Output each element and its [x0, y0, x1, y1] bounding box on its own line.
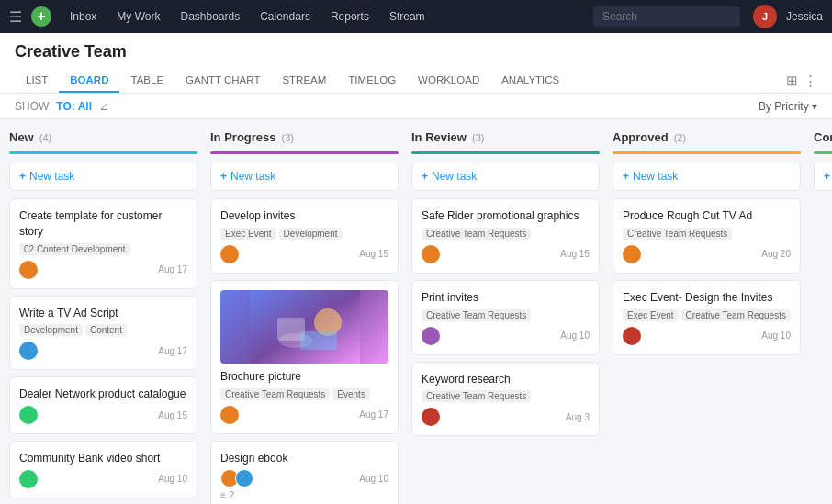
- new-task-label: New task: [633, 170, 678, 183]
- task-footer: Aug 15: [220, 245, 388, 263]
- task-footer: Aug 10: [220, 469, 388, 487]
- task-footer: Aug 17: [19, 261, 187, 279]
- task-date: Aug 15: [359, 249, 388, 259]
- subtask-count: 2: [230, 490, 235, 500]
- task-card[interactable]: Produce Rough Cut TV AdCreative Team Req…: [613, 198, 801, 274]
- column-count: (3): [282, 132, 294, 143]
- top-navigation: ☰ + Inbox My Work Dashboards Calendars R…: [0, 0, 832, 33]
- task-card[interactable]: Community Bank video shortAug 10: [9, 441, 197, 498]
- create-button[interactable]: +: [31, 6, 51, 27]
- plus-icon: +: [220, 170, 227, 183]
- task-card[interactable]: Print invitesCreative Team RequestsAug 1…: [411, 280, 600, 355]
- task-avatar: [623, 245, 641, 263]
- task-tag: Creative Team Requests: [422, 228, 531, 240]
- new-task-button[interactable]: +New task: [613, 162, 801, 191]
- task-card[interactable]: Safe Rider promotional graphicsCreative …: [411, 198, 600, 274]
- tab-board[interactable]: BOARD: [59, 69, 119, 93]
- task-card[interactable]: Dealer Network product catalogueAug 15: [9, 376, 197, 434]
- task-card[interactable]: Keyword researchCreative Team RequestsAu…: [411, 362, 600, 437]
- column-completed: Completed(0)+New ta...: [814, 130, 832, 198]
- task-date: Aug 17: [158, 264, 187, 274]
- task-tags: Creative Team Requests: [422, 390, 590, 402]
- task-date: Aug 10: [158, 474, 187, 484]
- task-avatars: [220, 469, 250, 487]
- task-avatar: [19, 342, 38, 360]
- task-card[interactable]: Design ebookAug 10≡2: [210, 441, 399, 504]
- task-tag: Development: [19, 324, 83, 336]
- task-tags: Creative Team RequestsEvents: [220, 388, 388, 400]
- column-title: In Progress: [210, 130, 276, 144]
- task-title: Write a TV Ad Script: [19, 306, 187, 321]
- task-tag: Creative Team Requests: [623, 228, 732, 240]
- column-count: (3): [472, 132, 484, 143]
- sort-label[interactable]: By Priority ▾: [759, 100, 817, 113]
- tab-list[interactable]: LIST: [15, 69, 59, 93]
- column-header-in-progress: In Progress(3): [210, 130, 399, 144]
- username-label[interactable]: Jessica: [786, 10, 823, 23]
- task-avatar: [220, 245, 239, 263]
- tab-workload[interactable]: WORKLOAD: [407, 69, 490, 93]
- task-tag: Content: [85, 324, 127, 336]
- task-card[interactable]: Write a TV Ad ScriptDevelopmentContentAu…: [9, 296, 197, 371]
- column-bar: [814, 151, 832, 154]
- task-tags: Creative Team Requests: [623, 228, 791, 240]
- nav-dashboards[interactable]: Dashboards: [173, 10, 247, 23]
- task-title: Safe Rider promotional graphics: [422, 208, 590, 224]
- tab-analytics[interactable]: ANALYTICS: [490, 69, 570, 93]
- task-footer: Aug 15: [422, 245, 590, 263]
- tab-timelog[interactable]: TIMELOG: [337, 69, 407, 93]
- column-approved: Approved(2)+New taskProduce Rough Cut TV…: [613, 130, 801, 362]
- nav-stream[interactable]: Stream: [382, 10, 433, 23]
- task-tags: Creative Team Requests: [422, 228, 590, 240]
- hamburger-icon[interactable]: ☰: [9, 8, 22, 26]
- column-header-in-review: In Review(3): [411, 130, 600, 144]
- task-footer: Aug 20: [623, 245, 791, 263]
- new-task-button[interactable]: +New task: [210, 162, 399, 191]
- column-title: New: [9, 130, 34, 144]
- nav-reports[interactable]: Reports: [323, 10, 377, 23]
- new-task-button[interactable]: +New ta...: [814, 162, 832, 191]
- task-footer: Aug 3: [422, 408, 590, 426]
- task-footer: Aug 10: [422, 327, 590, 345]
- new-task-label: New task: [230, 170, 275, 183]
- grid-view-icon[interactable]: ⊞: [786, 73, 798, 89]
- task-avatar: [19, 406, 38, 424]
- new-task-button[interactable]: +New task: [9, 162, 197, 191]
- filter-bar: SHOW TO: All ⊿ By Priority ▾: [0, 94, 832, 119]
- column-bar: [9, 151, 197, 154]
- filter-icon[interactable]: ⊿: [99, 99, 109, 113]
- task-card[interactable]: Create template for customer story02 Con…: [9, 198, 197, 289]
- task-footer: Aug 10: [623, 327, 791, 345]
- column-count: (2): [674, 132, 686, 143]
- filter-to-all[interactable]: TO: All: [56, 100, 92, 113]
- tab-gantt-chart[interactable]: GANTT CHART: [174, 69, 271, 93]
- task-card[interactable]: Brochure pictureCreative Team RequestsEv…: [210, 280, 399, 434]
- task-date: Aug 3: [566, 412, 590, 422]
- nav-mywork[interactable]: My Work: [109, 10, 167, 23]
- column-count: (4): [39, 132, 51, 143]
- task-title: Dealer Network product catalogue: [19, 386, 187, 402]
- task-title: Produce Rough Cut TV Ad: [623, 208, 791, 224]
- new-task-button[interactable]: +New task: [411, 162, 600, 191]
- task-tag: Creative Team Requests: [220, 388, 330, 400]
- column-header-approved: Approved(2): [613, 130, 801, 144]
- task-title: Design ebook: [220, 451, 388, 466]
- task-tag: Exec Event: [623, 309, 679, 321]
- task-card[interactable]: Exec Event- Design the InvitesExec Event…: [613, 280, 801, 355]
- task-footer: Aug 17: [19, 342, 187, 360]
- task-avatar: [19, 261, 38, 279]
- task-meta: ≡2: [220, 490, 388, 500]
- nav-calendars[interactable]: Calendars: [253, 10, 318, 23]
- task-title: Develop invites: [220, 208, 388, 224]
- task-card[interactable]: Develop invitesExec EventDevelopmentAug …: [210, 198, 399, 274]
- tab-table[interactable]: TABLE: [119, 69, 174, 93]
- search-input[interactable]: [593, 6, 740, 27]
- task-date: Aug 10: [761, 330, 791, 341]
- nav-inbox[interactable]: Inbox: [62, 10, 104, 23]
- task-tag: Creative Team Requests: [422, 390, 531, 402]
- task-avatar: [235, 469, 253, 487]
- tab-stream[interactable]: STREAM: [271, 69, 337, 93]
- new-task-label: New task: [29, 170, 74, 183]
- more-options-icon[interactable]: ⋮: [804, 73, 817, 89]
- column-bar: [613, 151, 801, 154]
